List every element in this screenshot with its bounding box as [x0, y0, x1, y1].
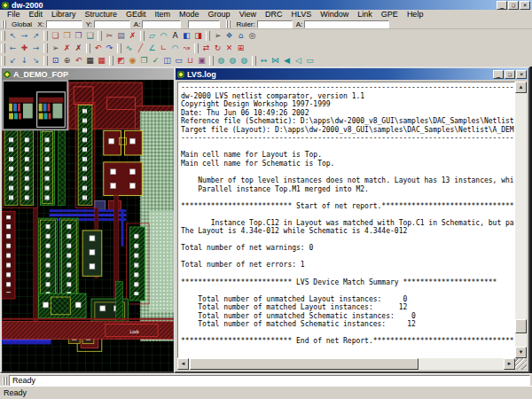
scroll-right-icon[interactable]: ► — [504, 358, 515, 370]
new-structure-icon[interactable]: ❏ — [50, 30, 61, 42]
paste-icon[interactable]: ▤ — [115, 30, 127, 42]
open-structure-icon[interactable]: ❒ — [61, 30, 73, 42]
net-highlight-icon[interactable]: ↔ — [258, 55, 270, 66]
deselect-all-icon[interactable]: ✗ — [61, 43, 73, 54]
minimize-button[interactable]: _ — [497, 1, 507, 10]
menu-mode[interactable]: Mode — [175, 10, 204, 20]
attributes-icon[interactable]: ◉ — [127, 55, 138, 66]
pan-down-icon[interactable]: ↓ — [19, 55, 30, 66]
menu-structure[interactable]: Structure — [81, 10, 122, 20]
toolbar-grab-handle[interactable] — [86, 43, 90, 53]
grid-display-icon[interactable]: ▦ — [84, 55, 96, 66]
toolbar-grab-handle[interactable] — [1, 43, 5, 53]
copy-structure-icon[interactable]: ❑ — [84, 30, 96, 42]
toolbar-grab-handle[interactable] — [1, 56, 5, 66]
pan-origin-icon[interactable]: ✚ — [19, 43, 30, 54]
device-gate-left-icon[interactable]: ◀ — [281, 55, 293, 66]
toolbar-grab-handle[interactable] — [206, 31, 210, 41]
menu-edit[interactable]: Edit — [25, 10, 48, 20]
toolbar-grab-handle[interactable] — [109, 56, 113, 66]
pan-right-alt-icon[interactable]: → — [30, 43, 42, 54]
delete-icon[interactable]: ✗ — [127, 30, 138, 42]
log-minimize-button[interactable]: _ — [493, 70, 504, 79]
zoom-window-icon[interactable]: ⊡ — [50, 55, 61, 66]
window-sub-icon[interactable]: ▭ — [173, 55, 184, 66]
ruler-input[interactable] — [257, 20, 293, 28]
overview-inset[interactable] — [3, 81, 67, 129]
toolbar-grab-handle[interactable] — [252, 56, 256, 66]
toolbar-grab-handle[interactable] — [117, 43, 121, 53]
slice-tool-icon[interactable]: ◩ — [115, 55, 127, 66]
x-input[interactable] — [46, 20, 82, 28]
zoom-in-icon[interactable]: ⊕ — [61, 55, 73, 66]
toolbar-grab-handle[interactable] — [140, 31, 145, 41]
rotate-icon[interactable]: ↻ — [212, 43, 223, 54]
pick-mode-icon[interactable]: ➢ — [212, 30, 223, 42]
y-input[interactable] — [94, 20, 130, 28]
draw-text-icon[interactable]: A — [169, 30, 181, 42]
path-90-icon[interactable]: ∟ — [158, 43, 169, 54]
layout-window-titlebar[interactable]: A_DEMO_FOP — [2, 68, 174, 80]
curve-segment-icon[interactable]: ↝ — [181, 43, 192, 54]
layer-b-icon[interactable]: ◍ — [227, 55, 239, 66]
menu-drc[interactable]: DRC — [261, 10, 287, 20]
undo-icon[interactable]: ↶ — [92, 43, 104, 54]
angle-input[interactable] — [142, 20, 181, 28]
arc-segment-icon[interactable]: ◠ — [169, 43, 181, 54]
device-pin-icon[interactable]: ▭ — [304, 55, 316, 66]
close-button[interactable]: ✕ — [520, 1, 530, 10]
pan-right-icon[interactable]: → — [19, 30, 30, 42]
menu-file[interactable]: File — [3, 10, 25, 20]
log-maximize-button[interactable]: ❏ — [505, 70, 515, 79]
layer-palette-icon[interactable]: ▣ — [196, 55, 207, 66]
save-structure-icon[interactable]: ❐ — [73, 30, 84, 42]
horizontal-scroll-thumb[interactable] — [190, 358, 419, 370]
menu-window[interactable]: Window — [316, 10, 353, 20]
place-array-icon[interactable]: ◨ — [192, 30, 204, 42]
view-gds-icon[interactable]: ❖ — [223, 30, 235, 42]
log-window-titlebar[interactable]: LVS.log _ ❏ ✕ — [176, 68, 528, 80]
ruler-angle-input[interactable] — [304, 20, 389, 28]
menu-help[interactable]: Help — [403, 10, 428, 20]
home-view-icon[interactable]: ⌂ — [235, 30, 246, 42]
layout-window[interactable]: A_DEMO_FOP — [0, 66, 176, 373]
maximize-button[interactable]: ❏ — [508, 1, 519, 10]
layer-c-icon[interactable]: ◍ — [239, 55, 250, 66]
select-cursor-icon[interactable]: ➢ — [50, 43, 61, 54]
mirror-icon[interactable]: ⇄ — [200, 43, 212, 54]
pan-left-icon[interactable]: ← — [7, 43, 19, 54]
toolbar-grab-handle[interactable] — [43, 43, 48, 53]
scroll-up-icon[interactable]: ▲ — [515, 82, 527, 93]
main-titlebar[interactable]: dw-2000 _ ❏ ✕ — [0, 0, 532, 10]
copy-window-icon[interactable]: ❐ — [138, 55, 150, 66]
menu-hlvs[interactable]: HLVS — [286, 10, 316, 20]
log-close-button[interactable]: ✕ — [516, 70, 527, 79]
path-any-angle-icon[interactable]: ∿ — [123, 43, 135, 54]
path-45-icon[interactable]: ∠ — [146, 43, 158, 54]
menu-view[interactable]: View — [235, 10, 261, 20]
log-text[interactable]: ----------------------------------------… — [178, 82, 514, 358]
log-vertical-scrollbar[interactable]: ▲ ▼ — [515, 82, 527, 358]
menu-gedit[interactable]: GEdit — [121, 10, 151, 20]
draw-polygon-icon[interactable]: ▱ — [146, 30, 158, 42]
toolbar-grab-handle[interactable] — [43, 31, 48, 41]
menu-library[interactable]: Library — [47, 10, 81, 20]
zoom-previous-icon[interactable]: ↶ — [73, 55, 84, 66]
query-zoom-icon[interactable]: ◎ — [246, 30, 258, 42]
verify-check-icon[interactable]: ✓ — [150, 55, 161, 66]
toolbar-grab-handle[interactable] — [1, 31, 5, 41]
redo-icon[interactable]: ↷ — [104, 43, 115, 54]
scale-icon[interactable]: ✕ — [223, 43, 235, 54]
toolbar-grab-handle[interactable] — [209, 56, 214, 66]
pan-downright-icon[interactable]: ↘ — [30, 55, 42, 66]
array-copy-icon[interactable]: ⊞ — [235, 43, 246, 54]
log-viewport[interactable]: ----------------------------------------… — [177, 82, 515, 358]
place-instance-icon[interactable]: ◧ — [181, 30, 192, 42]
path-diagonal-icon[interactable]: ╱ — [135, 43, 146, 54]
toolbar-grab-handle[interactable] — [226, 20, 231, 28]
device-gate-icon[interactable]: ◁ — [293, 55, 304, 66]
pan-upleft-icon[interactable]: ↖ — [7, 30, 19, 42]
toolbar-grab-handle[interactable] — [2, 20, 6, 28]
scroll-down-icon[interactable]: ▼ — [515, 347, 527, 358]
pan-downleft-icon[interactable]: ↙ — [7, 55, 19, 66]
